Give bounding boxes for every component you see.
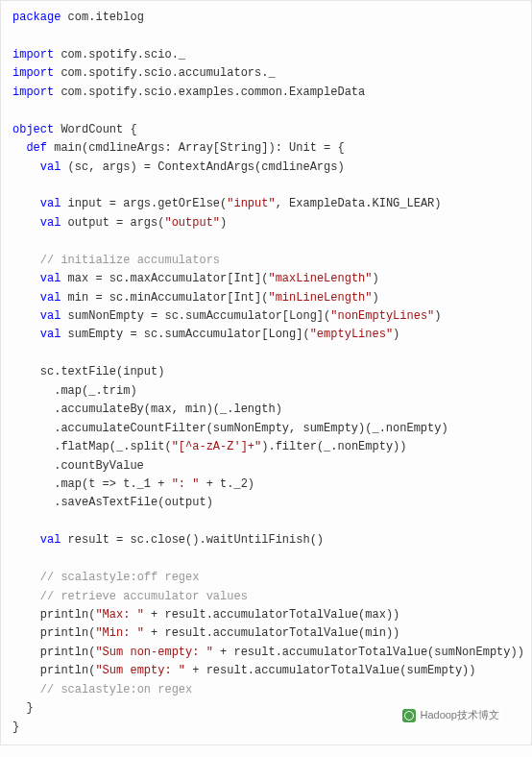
code-text: println( [12,664,95,677]
string-literal: "maxLineLength" [268,272,372,285]
watermark: Hadoop技术博文 [399,705,503,726]
wechat-icon [402,709,416,722]
keyword-val: val [40,328,61,341]
code-text: com.iteblog [60,11,143,24]
code-text: com.spotify.scio.accumulators._ [54,66,275,80]
indent [12,533,40,547]
keyword-val: val [40,197,61,210]
code-text: + result.accumulatorTotalValue(sumNonEmp… [213,646,524,659]
comment: // initialize accumulators [40,254,220,267]
code-text: sc.textFile(input) [12,365,164,378]
indent [12,291,40,305]
code-text: .accumulateBy(max, min)(_.length) [12,403,282,416]
code-text: + result.accumulatorTotalValue(max)) [144,608,399,622]
code-text: ) [373,291,379,305]
comment: // scalastyle:off regex [40,571,200,584]
indent [12,216,40,230]
code-text: com.spotify.scio._ [54,48,185,61]
indent [12,272,40,285]
code-text: .saveAsTextFile(output) [12,496,213,509]
comment: // scalastyle:on regex [40,683,192,696]
code-block: package com.iteblog import com.spotify.s… [12,9,520,737]
comment: // retrieve accumulator values [40,590,248,603]
watermark-text: Hadoop技术博文 [420,709,499,720]
code-text: (sc, args) = ContextAndArgs(cmdlineArgs) [60,160,344,174]
code-text: ) [373,272,379,285]
code-text: println( [12,608,95,622]
keyword-import: import [12,48,54,61]
indent [12,309,40,323]
indent [12,328,40,341]
indent [12,141,26,155]
string-literal: "Sum non-empty: " [95,646,212,659]
code-text: ) [220,216,227,230]
indent [12,683,40,696]
code-text: } [12,701,34,715]
code-text: input = args.getOrElse( [60,197,227,210]
code-text: .countByValue [12,459,144,473]
string-literal: "Sum empty: " [95,664,185,677]
code-text: max = sc.maxAccumulator[Int]( [60,272,268,285]
indent [12,254,40,267]
string-literal: ": " [172,477,200,491]
string-literal: "emptyLines" [310,328,393,341]
code-text: ) [434,309,441,323]
keyword-val: val [40,160,61,174]
code-text: sumEmpty = sc.sumAccumulator[Long]( [60,328,309,341]
code-text: .flatMap(_.split( [12,440,172,453]
string-literal: "input" [227,197,275,210]
keyword-def: def [26,141,47,155]
string-literal: "Min: " [95,626,143,640]
string-literal: "Max: " [95,608,143,622]
code-text: result = sc.close().waitUntilFinish() [60,533,324,547]
code-text: min = sc.minAccumulator[Int]( [60,291,268,305]
indent [12,160,40,174]
code-text: com.spotify.scio.examples.common.Example… [54,85,365,99]
code-text: main(cmdlineArgs: Array[String]): Unit =… [47,141,345,155]
keyword-object: object [12,123,54,136]
indent [12,590,40,603]
keyword-val: val [40,272,61,285]
code-text: sumNonEmpty = sc.sumAccumulator[Long]( [60,309,330,323]
string-literal: "[^a-zA-Z']+" [172,440,262,453]
keyword-val: val [40,216,61,230]
code-text: } [12,720,19,734]
code-text: , ExampleData.KING_LEAR) [276,197,442,210]
code-text: + result.accumulatorTotalValue(sumEmpty)… [185,664,475,677]
indent [12,571,40,584]
code-text: WordCount { [54,123,136,136]
code-text: ).filter(_.nonEmpty)) [261,440,406,453]
string-literal: "output" [164,216,220,230]
code-text: println( [12,626,95,640]
string-literal: "nonEmptyLines" [330,309,434,323]
indent [12,197,40,210]
code-text: + result.accumulatorTotalValue(min)) [144,626,399,640]
code-text: .map(_.trim) [12,384,137,398]
code-text: .map(t => t._1 + [12,477,172,491]
keyword-import: import [12,66,54,80]
keyword-package: package [12,11,60,24]
code-text: + t._2) [199,477,254,491]
code-text: ) [393,328,399,341]
keyword-val: val [40,291,61,305]
code-text: println( [12,646,95,659]
keyword-val: val [40,533,61,547]
keyword-import: import [12,85,54,99]
keyword-val: val [40,309,61,323]
code-text: output = args( [60,216,164,230]
string-literal: "minLineLength" [268,291,372,305]
code-text: .accumulateCountFilter(sumNonEmpty, sumE… [12,422,448,435]
